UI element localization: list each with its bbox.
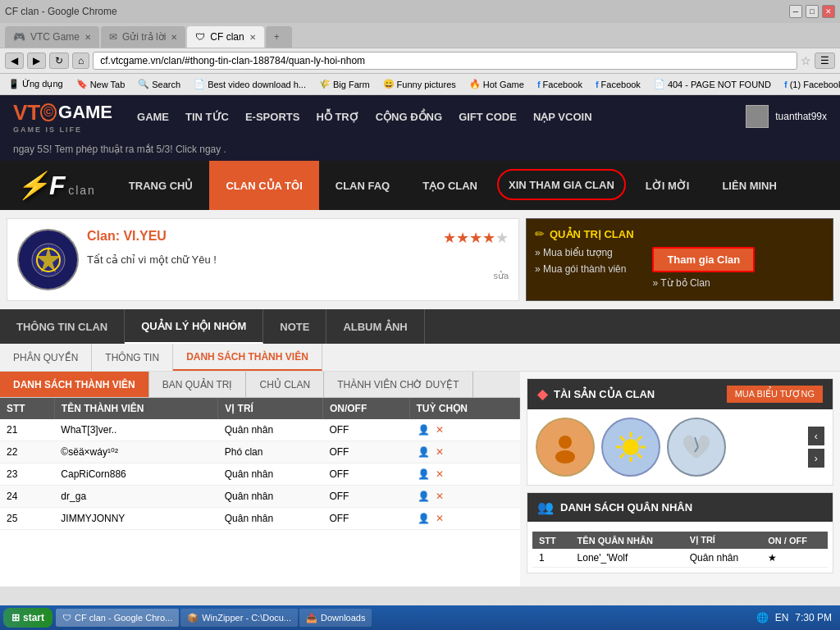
funny-icon: 😄 bbox=[383, 79, 395, 89]
vtc-menu-napvcoin[interactable]: NẠP VCOIN bbox=[533, 111, 592, 123]
settings-button[interactable]: ☰ bbox=[815, 52, 835, 69]
bookmark-facebook2[interactable]: f Facebook bbox=[592, 79, 644, 90]
clan-edit-link[interactable]: sửa bbox=[493, 271, 509, 281]
tab-cf-close[interactable]: ✕ bbox=[249, 33, 256, 42]
forward-button[interactable]: ▶ bbox=[27, 52, 46, 69]
tab-vtc-game-close[interactable]: ✕ bbox=[84, 33, 91, 42]
member-tab-ban-quan-tri[interactable]: BAN QUẢN TRỊ bbox=[149, 372, 247, 397]
cf-clan-nav: TRANG CHỦ CLAN CỦA TÔI CLAN FAQ TẠO CLAN… bbox=[112, 161, 840, 210]
quan-tri-panel: ✏ QUẢN TRỊ CLAN » Mua biểu tượng » Mua g… bbox=[526, 218, 833, 301]
clan-stars: ★★★★★ bbox=[443, 229, 509, 247]
maximize-button[interactable]: □ bbox=[806, 5, 819, 18]
bookmark-funny[interactable]: 😄 Funny pictures bbox=[380, 78, 459, 90]
bookmark-video[interactable]: 📄 Best video download h... bbox=[190, 78, 309, 90]
fb1-icon: f bbox=[537, 80, 541, 89]
taskbar-cf-icon: 🛡 bbox=[62, 613, 71, 623]
tab-gui-tra-loi[interactable]: ✉ Gửi trả lời ✕ bbox=[101, 26, 185, 48]
sol-status: ★ bbox=[761, 549, 828, 568]
bookmark-hotgame[interactable]: 🔥 Hot Game bbox=[466, 78, 527, 90]
row-name: WhaT[3]ver.. bbox=[54, 419, 217, 441]
member-action-icon[interactable]: 👤 bbox=[418, 468, 430, 480]
taskbar-item-winzipper[interactable]: 📦 WinZipper - C:\Docu... bbox=[180, 609, 298, 627]
tab-bar: 🎮 VTC Game ✕ ✉ Gửi trả lời ✕ 🛡 CF clan ✕… bbox=[0, 23, 840, 48]
tab-new[interactable]: + bbox=[266, 26, 292, 48]
member-tab-cho-duyet[interactable]: THÀNH VIÊN CHỜ DUYỆT bbox=[324, 372, 472, 397]
tab-gui-close[interactable]: ✕ bbox=[171, 33, 177, 42]
member-tab-danh-sach[interactable]: DANH SÁCH THÀNH VIÊN bbox=[0, 372, 149, 397]
member-action-icon[interactable]: 👤 bbox=[418, 446, 430, 458]
bookmark-404[interactable]: 📄 404 - PAGE NOT FOUND bbox=[651, 78, 774, 90]
asset-prev-button[interactable]: ‹ bbox=[808, 427, 824, 445]
vtc-menu-tintuc[interactable]: TIN TỨC bbox=[185, 111, 229, 123]
tham-gia-clan-button[interactable]: Tham gia Clan bbox=[652, 247, 755, 272]
member-remove-icon[interactable]: ✕ bbox=[436, 513, 444, 524]
taskbar-item-downloads[interactable]: 📥 Downloads bbox=[299, 609, 372, 627]
cf-nav-trang-chu[interactable]: TRANG CHỦ bbox=[112, 161, 210, 210]
bookmark-apps[interactable]: 📱 Ứng dụng bbox=[5, 78, 66, 90]
row-name: CapRiCorn886 bbox=[54, 463, 217, 486]
close-button[interactable]: ✕ bbox=[822, 5, 835, 18]
bookmark-star[interactable]: ☆ bbox=[801, 54, 811, 67]
clan-tab-quan-ly[interactable]: QUẢN LÝ HỘI NHÓM bbox=[125, 309, 263, 344]
table-row: 21 WhaT[3]ver.. Quân nhân OFF 👤 ✕ bbox=[0, 419, 520, 441]
home-button[interactable]: ⌂ bbox=[72, 52, 89, 69]
asset-next-button[interactable]: › bbox=[808, 449, 824, 468]
start-button[interactable]: ⊞ start bbox=[3, 608, 52, 628]
member-remove-icon[interactable]: ✕ bbox=[436, 491, 444, 502]
cf-nav-tao-clan[interactable]: TẠO CLAN bbox=[406, 161, 494, 210]
quan-tri-edit-icon: ✏ bbox=[535, 227, 545, 240]
asset-item-3 bbox=[667, 418, 726, 477]
fb-notif-icon: f bbox=[784, 80, 788, 89]
tab-vtc-game[interactable]: 🎮 VTC Game ✕ bbox=[5, 26, 99, 48]
clan-info-row: Clan: VI.YEU ★★★★★ Tất cả chỉ vì một chữ… bbox=[0, 210, 840, 309]
sub-tab-danh-sach[interactable]: DANH SÁCH THÀNH VIÊN bbox=[173, 344, 322, 371]
vtc-menu-hotro[interactable]: HỖ TRỢ bbox=[316, 111, 358, 123]
member-action-icon[interactable]: 👤 bbox=[418, 491, 430, 502]
bookmark-facebook1[interactable]: f Facebook bbox=[534, 79, 586, 90]
member-remove-icon[interactable]: ✕ bbox=[436, 468, 444, 480]
tu-bo-clan-link[interactable]: » Từ bỏ Clan bbox=[652, 277, 755, 289]
vtc-menu-congdong[interactable]: CỘNG ĐỒNG bbox=[376, 111, 442, 123]
cf-nav-clan-cua-toi[interactable]: CLAN CỦA TÔI bbox=[209, 161, 318, 210]
member-remove-icon[interactable]: ✕ bbox=[436, 446, 444, 458]
bookmark-search[interactable]: 🔍 Search bbox=[135, 78, 184, 90]
tab-cf-clan[interactable]: 🛡 CF clan ✕ bbox=[187, 26, 263, 48]
taskbar-dl-icon: 📥 bbox=[306, 613, 317, 623]
cf-nav-lien-minh[interactable]: LIÊN MINH bbox=[705, 161, 792, 210]
clan-tab-note[interactable]: NOTE bbox=[263, 309, 326, 344]
clan-tab-thong-tin[interactable]: THÔNG TIN CLAN bbox=[0, 309, 125, 344]
member-action-icon[interactable]: 👤 bbox=[418, 424, 430, 436]
member-action-icon[interactable]: 👤 bbox=[418, 513, 430, 524]
clan-tab-album[interactable]: ALBUM ẢNH bbox=[326, 309, 424, 344]
bookmark-fb-notif[interactable]: f (1) Facebook bbox=[781, 79, 840, 90]
vtc-logo: VT © GAME GAME IS LIFE bbox=[13, 100, 112, 134]
back-button[interactable]: ◀ bbox=[5, 52, 24, 69]
bookmark-hotgame-label: Hot Game bbox=[483, 80, 524, 89]
address-bar[interactable] bbox=[93, 52, 797, 70]
table-row: 22 ©sëä×wáy¹⁰² Phó clan OFF 👤 ✕ bbox=[0, 441, 520, 463]
mua-bieu-tuong-button[interactable]: MUA BIỂU TƯỢNG bbox=[727, 386, 823, 403]
sub-tab-phan-quyen[interactable]: PHÂN QUYỀN bbox=[0, 344, 92, 371]
promo-text: ngay 5S! Tem phép thuật ra mắt 5/3! Clic… bbox=[13, 144, 226, 155]
member-tab-chu-clan[interactable]: CHỦ CLAN bbox=[246, 372, 324, 397]
vtc-menu-esports[interactable]: E-SPORTS bbox=[245, 111, 299, 123]
minimize-button[interactable]: ─ bbox=[789, 5, 802, 18]
sub-tab-thong-tin[interactable]: THÔNG TIN bbox=[92, 344, 173, 371]
cf-nav-xin-tham-gia[interactable]: XIN THAM GIA CLAN bbox=[497, 169, 626, 200]
bookmark-bigfarm[interactable]: 🌾 Big Farm bbox=[316, 78, 373, 90]
bookmark-fb1-label: Facebook bbox=[543, 80, 582, 89]
cf-nav-clan-faq[interactable]: CLAN FAQ bbox=[319, 161, 406, 210]
sol-position: Quân nhân bbox=[683, 549, 762, 568]
mua-goi-thanh-vien-link[interactable]: » Mua gói thành viên bbox=[535, 263, 626, 275]
row-stt: 25 bbox=[0, 508, 54, 530]
soldiers-icon: 👥 bbox=[537, 500, 554, 515]
cf-nav-loi-moi[interactable]: LỜI MỜI bbox=[629, 161, 706, 210]
bookmark-newtab[interactable]: 🔖 New Tab bbox=[73, 78, 129, 90]
member-remove-icon[interactable]: ✕ bbox=[436, 424, 444, 436]
taskbar-item-cf-clan[interactable]: 🛡 CF clan - Google Chro... bbox=[56, 609, 179, 627]
reload-button[interactable]: ↻ bbox=[49, 52, 69, 69]
row-position: Quân nhân bbox=[218, 508, 323, 530]
vtc-menu-game[interactable]: GAME bbox=[137, 111, 169, 123]
vtc-menu-giftcode[interactable]: GIFT CODE bbox=[459, 111, 517, 123]
mua-bieu-tuong-link[interactable]: » Mua biểu tượng bbox=[535, 247, 626, 258]
